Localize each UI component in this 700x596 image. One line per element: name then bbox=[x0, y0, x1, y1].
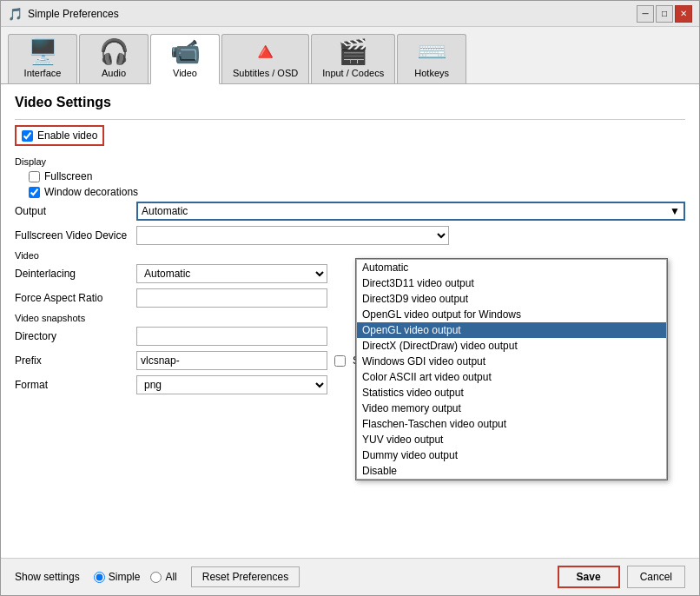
output-label: Output bbox=[15, 205, 136, 217]
aspect-ratio-label: Force Aspect Ratio bbox=[15, 292, 136, 304]
enable-video-label: Enable video bbox=[37, 129, 97, 142]
dropdown-item-d3d9[interactable]: Direct3D9 video output bbox=[357, 291, 666, 307]
restore-button[interactable]: □ bbox=[656, 5, 673, 23]
section-title: Video Settings bbox=[15, 95, 685, 110]
window-decorations-checkbox[interactable] bbox=[29, 187, 40, 198]
deinterlacing-label: Deinterlacing bbox=[15, 268, 136, 280]
tab-interface[interactable]: 🖥️ Interface bbox=[8, 34, 77, 83]
dropdown-item-statistics[interactable]: Statistics video output bbox=[357, 385, 666, 401]
display-group-label: Display bbox=[15, 156, 685, 167]
tab-input-label: Input / Codecs bbox=[322, 68, 384, 78]
window-decorations-label: Window decorations bbox=[44, 186, 138, 198]
output-dropdown-value: Automatic bbox=[142, 205, 188, 217]
title-bar-controls: ─ □ ✕ bbox=[637, 5, 692, 23]
action-buttons: Save Cancel bbox=[558, 566, 685, 588]
dropdown-item-ascii[interactable]: Color ASCII art video output bbox=[357, 369, 666, 385]
dropdown-item-yuv[interactable]: YUV video output bbox=[357, 432, 666, 447]
video-icon: 📹 bbox=[170, 40, 201, 64]
input-icon: 🎬 bbox=[338, 40, 368, 64]
fullscreen-row: Fullscreen bbox=[29, 170, 685, 182]
dropdown-item-disable[interactable]: Disable bbox=[357, 463, 666, 479]
tab-input[interactable]: 🎬 Input / Codecs bbox=[311, 34, 395, 83]
dropdown-item-flaschen[interactable]: Flaschen-Taschen video output bbox=[357, 416, 666, 432]
simple-radio[interactable] bbox=[94, 572, 105, 583]
tab-audio-label: Audio bbox=[102, 68, 126, 78]
enable-video-box: Enable video bbox=[15, 125, 104, 146]
tab-video[interactable]: 📹 Video bbox=[150, 34, 220, 84]
directory-input[interactable] bbox=[136, 327, 327, 346]
all-radio-item: All bbox=[150, 571, 176, 583]
prefix-label: Prefix bbox=[15, 354, 136, 367]
tab-hotkeys-label: Hotkeys bbox=[414, 68, 449, 78]
window-title: Simple Preferences bbox=[28, 8, 119, 20]
tab-subtitles[interactable]: 🔺 Subtitles / OSD bbox=[221, 34, 309, 83]
dropdown-item-automatic[interactable]: Automatic bbox=[357, 260, 666, 275]
subtitles-icon: 🔺 bbox=[250, 40, 281, 64]
section-divider bbox=[15, 119, 685, 120]
dropdown-item-dummy[interactable]: Dummy video output bbox=[357, 447, 666, 463]
display-options: Fullscreen Window decorations bbox=[15, 170, 685, 198]
sequential-checkbox[interactable] bbox=[334, 355, 346, 367]
aspect-ratio-input[interactable] bbox=[136, 288, 327, 308]
fullscreen-device-label: Fullscreen Video Device bbox=[15, 229, 136, 242]
dropdown-item-memory[interactable]: Video memory output bbox=[357, 401, 666, 416]
dropdown-item-directx[interactable]: DirectX (DirectDraw) video output bbox=[357, 338, 666, 354]
tab-audio[interactable]: 🎧 Audio bbox=[79, 34, 149, 83]
format-label: Format bbox=[15, 379, 136, 391]
fullscreen-label: Fullscreen bbox=[44, 170, 92, 182]
dropdown-item-opengl[interactable]: OpenGL video output bbox=[357, 322, 666, 338]
minimize-button[interactable]: ─ bbox=[637, 5, 654, 23]
reset-button[interactable]: Reset Preferences bbox=[191, 566, 300, 587]
dropdown-arrow-icon: ▼ bbox=[670, 205, 680, 217]
hotkeys-icon: ⌨️ bbox=[417, 40, 447, 64]
app-icon: 🎵 bbox=[8, 7, 23, 21]
bottom-bar: Show settings Simple All Reset Preferenc… bbox=[1, 558, 699, 595]
output-control: Automatic ▼ bbox=[136, 202, 685, 221]
dropdown-items-container: Automatic Direct3D11 video output Direct… bbox=[356, 259, 667, 480]
save-button[interactable]: Save bbox=[558, 566, 620, 588]
fullscreen-device-row: Fullscreen Video Device bbox=[15, 226, 685, 245]
settings-radio-group: Simple All bbox=[94, 571, 177, 583]
simple-radio-item: Simple bbox=[94, 571, 141, 583]
audio-icon: 🎧 bbox=[99, 40, 129, 64]
fullscreen-device-select[interactable] bbox=[136, 226, 449, 245]
output-dropdown-list: Automatic Direct3D11 video output Direct… bbox=[355, 258, 668, 480]
fullscreen-device-control bbox=[136, 226, 685, 245]
dropdown-item-opengl-windows[interactable]: OpenGL video output for Windows bbox=[357, 307, 666, 322]
interface-icon: 🖥️ bbox=[28, 40, 58, 64]
main-window: 🎵 Simple Preferences ─ □ ✕ 🖥️ Interface … bbox=[0, 0, 700, 596]
prefix-input[interactable]: vlcsnap- bbox=[136, 351, 327, 370]
cancel-button[interactable]: Cancel bbox=[627, 566, 685, 588]
tab-bar: 🖥️ Interface 🎧 Audio 📹 Video 🔺 Subtitles… bbox=[1, 27, 699, 84]
deinterlacing-select[interactable]: Automatic bbox=[136, 264, 327, 283]
tab-subtitles-label: Subtitles / OSD bbox=[233, 68, 298, 78]
tab-hotkeys[interactable]: ⌨️ Hotkeys bbox=[397, 34, 466, 83]
show-settings-label: Show settings bbox=[15, 571, 80, 583]
tab-video-label: Video bbox=[173, 68, 197, 78]
title-bar-left: 🎵 Simple Preferences bbox=[8, 7, 119, 21]
dropdown-item-gdi[interactable]: Windows GDI video output bbox=[357, 354, 666, 369]
output-dropdown-header[interactable]: Automatic ▼ bbox=[136, 202, 685, 221]
close-button[interactable]: ✕ bbox=[675, 5, 692, 23]
all-label: All bbox=[165, 571, 176, 583]
window-decorations-row: Window decorations bbox=[29, 186, 685, 198]
directory-label: Directory bbox=[15, 330, 136, 342]
enable-video-checkbox[interactable] bbox=[22, 130, 33, 142]
all-radio[interactable] bbox=[150, 572, 162, 583]
fullscreen-checkbox[interactable] bbox=[29, 171, 40, 182]
tab-interface-label: Interface bbox=[24, 68, 62, 78]
title-bar: 🎵 Simple Preferences ─ □ ✕ bbox=[1, 1, 699, 27]
format-select[interactable]: png bbox=[136, 375, 327, 394]
content-area: Video Settings Enable video Display Full… bbox=[1, 84, 699, 558]
dropdown-item-d3d11[interactable]: Direct3D11 video output bbox=[357, 275, 666, 291]
simple-label: Simple bbox=[109, 571, 141, 583]
output-row: Output Automatic ▼ bbox=[15, 202, 685, 221]
